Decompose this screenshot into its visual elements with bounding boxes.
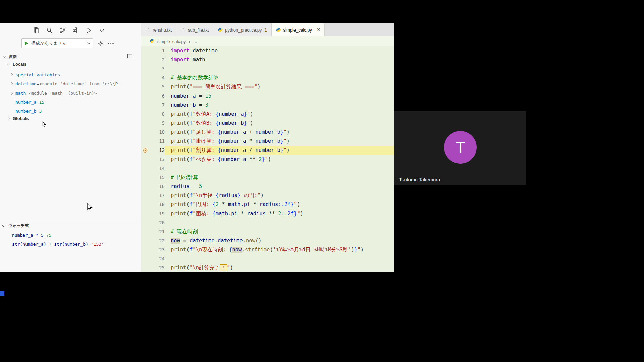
code-line[interactable]: 25print("\n計算完了！") (141, 263, 394, 272)
tab-simple-calc-py[interactable]: simple_calc.py× (272, 23, 325, 36)
code-line[interactable]: 14 (141, 164, 394, 173)
code-line[interactable]: 15# 円の計算 (141, 173, 394, 182)
variable-row[interactable]: math = <module 'math' (built-in)> (0, 88, 141, 98)
watch-expression-row[interactable]: str(number_a) + str(number_b) = '153' (0, 240, 141, 249)
debug-config-dropdown[interactable]: 構成がありません (21, 38, 93, 48)
source-control-icon[interactable] (57, 25, 68, 36)
breakpoint-gutter[interactable] (141, 236, 149, 245)
code-line[interactable]: 11print(f"掛け算: {number_a * number_b}") (141, 137, 394, 146)
breakpoint-gutter[interactable] (141, 155, 149, 164)
breakpoint-gutter[interactable] (141, 182, 149, 191)
breakpoint-gutter[interactable] (141, 64, 149, 73)
breakpoint-gutter[interactable] (141, 227, 149, 236)
breakpoint-gutter[interactable] (141, 173, 149, 182)
line-number[interactable]: 8 (149, 110, 165, 119)
tab-python-practice-py[interactable]: python_practice.py1 (213, 23, 271, 36)
code-line[interactable]: 7number_b = 3 (141, 101, 394, 110)
variable-row[interactable]: special variables (0, 70, 141, 79)
debug-current-line-icon[interactable] (141, 146, 149, 155)
line-number[interactable]: 20 (149, 218, 165, 227)
watch-section-header[interactable]: ウォッチ式 (3, 222, 138, 229)
run-and-debug-icon[interactable] (83, 25, 94, 36)
locals-group[interactable]: Locals (7, 62, 26, 67)
code-line[interactable]: 8print(f"数値A: {number_a}") (141, 110, 394, 119)
code-line[interactable]: 2import math (141, 55, 394, 64)
line-number[interactable]: 15 (149, 173, 165, 182)
line-number[interactable]: 11 (149, 137, 165, 146)
watch-expression-row[interactable]: number_a * 5 = 75 (0, 231, 141, 240)
line-number[interactable]: 25 (149, 263, 165, 272)
variable-row[interactable]: number_b = 3 (0, 107, 141, 116)
line-number[interactable]: 1 (149, 46, 165, 55)
line-number[interactable]: 10 (149, 128, 165, 137)
breakpoint-gutter[interactable] (141, 55, 149, 64)
line-number[interactable]: 12 (149, 146, 165, 155)
breakpoint-gutter[interactable] (141, 46, 149, 55)
code-line[interactable]: 4# 基本的な数学計算 (141, 73, 394, 82)
line-number[interactable]: 19 (149, 209, 165, 218)
globals-group[interactable]: Globals (7, 116, 29, 121)
tab-sub-file-txt[interactable]: sub_file.txt (176, 23, 213, 36)
code-line[interactable]: 23print(f"\n現在時刻: {now.strftime('%Y年%m月%… (141, 245, 394, 254)
breakpoint-gutter[interactable] (141, 164, 149, 173)
code-line[interactable]: 18print(f"円周: {2 * math.pi * radius:.2f}… (141, 200, 394, 209)
line-number[interactable]: 9 (149, 119, 165, 128)
code-line[interactable]: 20 (141, 218, 394, 227)
code-line[interactable]: 6number_a = 15 (141, 92, 394, 101)
close-tab-icon[interactable]: × (317, 27, 320, 33)
split-editor-icon[interactable] (127, 53, 133, 60)
line-number[interactable]: 22 (149, 236, 165, 245)
code-line[interactable]: 21# 現在時刻 (141, 227, 394, 236)
breakpoint-gutter[interactable] (141, 209, 149, 218)
breakpoint-gutter[interactable] (141, 191, 149, 200)
tab-renshu-txt[interactable]: renshu.txt (141, 23, 176, 36)
variable-row[interactable]: datetime = <module 'datetime' from 'c:\\… (0, 79, 141, 88)
breakpoint-gutter[interactable] (141, 254, 149, 263)
breakpoint-gutter[interactable] (141, 110, 149, 119)
variables-section-header[interactable]: 変数 (3, 53, 138, 60)
breakpoint-gutter[interactable] (141, 218, 149, 227)
participant-video-tile[interactable]: T Tsutomu Takemura (394, 111, 526, 185)
line-number[interactable]: 14 (149, 164, 165, 173)
breakpoint-gutter[interactable] (141, 137, 149, 146)
breadcrumb-more[interactable]: … (193, 39, 197, 44)
code-line[interactable]: 17print(f"\n半径 {radius} の円:") (141, 191, 394, 200)
code-line[interactable]: 9print(f"数値B: {number_b}") (141, 119, 394, 128)
start-debug-icon[interactable] (25, 41, 28, 45)
gear-icon[interactable] (97, 40, 104, 47)
breakpoint-gutter[interactable] (141, 82, 149, 92)
breakpoint-gutter[interactable] (141, 200, 149, 209)
line-number[interactable]: 2 (149, 55, 165, 64)
breakpoint-gutter[interactable] (141, 119, 149, 128)
code-editor[interactable]: 1import datetime2import math34# 基本的な数学計算… (141, 46, 394, 272)
extensions-icon[interactable] (70, 25, 81, 36)
breakpoint-gutter[interactable] (141, 73, 149, 82)
line-number[interactable]: 5 (149, 82, 165, 92)
line-number[interactable]: 18 (149, 200, 165, 209)
breakpoint-gutter[interactable] (141, 128, 149, 137)
search-icon[interactable] (44, 25, 55, 36)
line-number[interactable]: 21 (149, 227, 165, 236)
line-number[interactable]: 16 (149, 182, 165, 191)
breakpoint-gutter[interactable] (141, 263, 149, 272)
line-number[interactable]: 4 (149, 73, 165, 82)
code-line[interactable]: 1import datetime (141, 46, 394, 55)
code-line[interactable]: 22now = datetime.datetime.now() (141, 236, 394, 245)
line-number[interactable]: 24 (149, 254, 165, 263)
line-number[interactable]: 23 (149, 245, 165, 254)
code-line[interactable]: 12print(f"割り算: {number_a / number_b}") (141, 146, 394, 155)
code-line[interactable]: 10print(f"足し算: {number_a + number_b}") (141, 128, 394, 137)
more-actions-icon[interactable] (108, 40, 114, 47)
line-number[interactable]: 17 (149, 191, 165, 200)
code-line[interactable]: 5print("=== 簡単な計算結果 ===") (141, 82, 394, 92)
chevron-down-icon[interactable] (96, 25, 107, 36)
line-number[interactable]: 7 (149, 101, 165, 110)
code-line[interactable]: 13print(f"べき乗: {number_a ** 2}") (141, 155, 394, 164)
line-number[interactable]: 6 (149, 92, 165, 101)
code-line[interactable]: 24 (141, 254, 394, 263)
line-number[interactable]: 13 (149, 155, 165, 164)
files-icon[interactable] (31, 25, 42, 36)
breakpoint-gutter[interactable] (141, 245, 149, 254)
breadcrumb-file[interactable]: simple_calc.py (157, 39, 186, 44)
code-line[interactable]: 3 (141, 64, 394, 73)
